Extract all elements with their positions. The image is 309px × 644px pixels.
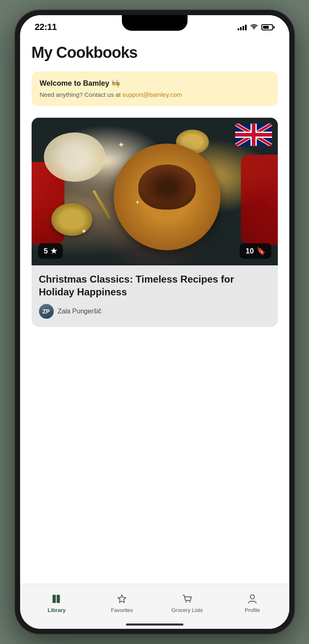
spoon-item bbox=[92, 190, 111, 219]
cookbook-card[interactable]: ✦ ✦ ✦ bbox=[32, 118, 278, 327]
recipe-count-value: 10 bbox=[245, 247, 254, 256]
svg-rect-1 bbox=[53, 595, 56, 603]
author-avatar: ZP bbox=[39, 304, 54, 319]
status-time: 22:11 bbox=[35, 22, 57, 32]
welcome-banner-subtitle: Need anything? Contact us at support@bam… bbox=[40, 90, 270, 99]
cookbook-image: ✦ ✦ ✦ bbox=[32, 118, 278, 265]
bottom-nav: Library Favorites Grocery Lists bbox=[20, 584, 289, 629]
nav-item-favorites[interactable]: Favorites bbox=[89, 590, 155, 617]
rating-star-icon: ★ bbox=[50, 247, 57, 256]
phone-frame: 22:11 bbox=[15, 10, 294, 634]
person-icon bbox=[247, 593, 258, 605]
roast-item bbox=[138, 164, 196, 210]
star-icon bbox=[116, 593, 128, 605]
star-decoration-3: ✦ bbox=[81, 227, 87, 236]
nav-label-profile: Profile bbox=[245, 607, 260, 613]
wifi-icon bbox=[250, 24, 258, 30]
recipe-count-badge: 10 🔖 bbox=[240, 243, 271, 259]
food-background: ✦ ✦ ✦ bbox=[32, 118, 278, 265]
cookbook-info: Christmas Classics: Timeless Recipes for… bbox=[32, 265, 278, 327]
status-bar: 22:11 bbox=[20, 15, 289, 36]
bookmark-icon: 🔖 bbox=[256, 247, 266, 256]
phone-screen: 22:11 bbox=[20, 15, 289, 629]
battery-icon bbox=[261, 24, 275, 30]
signal-bars-icon bbox=[238, 24, 247, 30]
nav-item-profile[interactable]: Profile bbox=[220, 590, 285, 617]
nav-item-grocery-lists[interactable]: Grocery Lists bbox=[155, 590, 220, 617]
red-cloth-right bbox=[241, 155, 278, 245]
author-name: Zala Pungeršič bbox=[58, 308, 102, 315]
svg-point-5 bbox=[250, 595, 254, 599]
welcome-banner-title: Welcome to Bamley 🧑‍🍳 bbox=[40, 79, 270, 88]
svg-point-3 bbox=[185, 601, 187, 603]
rating-value: 5 bbox=[44, 247, 48, 256]
svg-rect-2 bbox=[57, 595, 60, 603]
star-decoration-1: ✦ bbox=[118, 140, 125, 150]
library-icon bbox=[51, 593, 62, 605]
rating-badge: 5 ★ bbox=[38, 243, 63, 259]
author-row: ZP Zala Pungeršič bbox=[39, 304, 270, 319]
cookbook-title: Christmas Classics: Timeless Recipes for… bbox=[39, 273, 270, 298]
cart-icon bbox=[181, 593, 193, 605]
page-title: My Cookbooks bbox=[32, 44, 278, 62]
main-content: My Cookbooks Welcome to Bamley 🧑‍🍳 Need … bbox=[20, 36, 289, 584]
nav-item-library[interactable]: Library bbox=[24, 590, 89, 617]
welcome-banner: Welcome to Bamley 🧑‍🍳 Need anything? Con… bbox=[32, 71, 278, 106]
nav-label-favorites: Favorites bbox=[111, 607, 133, 613]
welcome-text-before: Need anything? Contact us at bbox=[40, 91, 123, 98]
home-indicator bbox=[126, 623, 183, 626]
status-icons bbox=[238, 24, 275, 30]
star-decoration-2: ✦ bbox=[135, 199, 140, 206]
nav-label-library: Library bbox=[48, 607, 66, 613]
svg-point-4 bbox=[189, 601, 190, 603]
uk-flag bbox=[235, 123, 272, 146]
support-email-link[interactable]: support@bamley.com bbox=[122, 91, 182, 98]
nav-label-grocery-lists: Grocery Lists bbox=[172, 607, 203, 613]
notch bbox=[122, 15, 188, 31]
dough-area bbox=[44, 132, 105, 182]
